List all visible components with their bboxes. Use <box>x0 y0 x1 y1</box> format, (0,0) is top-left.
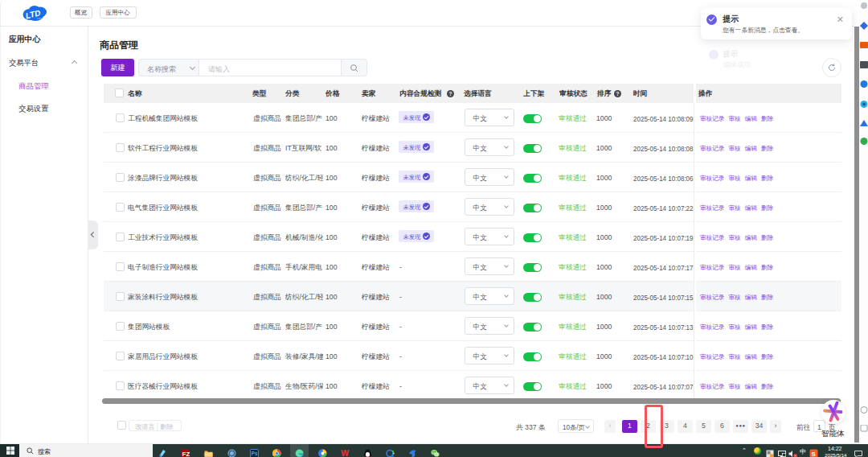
svg-text:.com: .com <box>36 17 43 20</box>
svg-text:FZ: FZ <box>182 450 190 457</box>
svg-text:Ps: Ps <box>252 451 258 456</box>
svg-text:S: S <box>811 450 816 457</box>
svg-text:W: W <box>341 449 349 457</box>
